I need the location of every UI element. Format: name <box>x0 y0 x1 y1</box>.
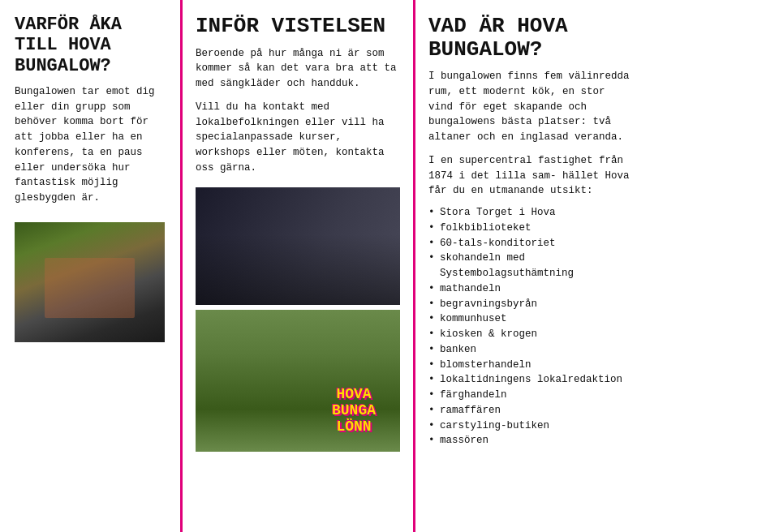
bullet-item-4: mathandeln <box>428 281 633 297</box>
bullet-item-11: färghandeln <box>428 388 633 403</box>
bullet-item-6: kommunhuset <box>428 311 633 327</box>
col2-para1: Beroende på hur många ni är som kommer s… <box>196 46 400 92</box>
col1-title: VARFÖR ÅKA TILL HOVA BUNGALOW? <box>15 15 167 76</box>
col2-title: INFÖR VISTELSEN <box>196 15 400 38</box>
bullet-item-7: kiosken & krogen <box>428 327 633 342</box>
bullet-item-12: ramaffären <box>428 403 633 418</box>
divider-2 <box>413 0 415 532</box>
bullet-item-10: lokaltidningens lokalredaktion <box>428 372 633 388</box>
col3-title: VAD ÄR HOVA BUNGALOW? <box>428 15 633 61</box>
aerial-logo-line3: LÖNN <box>336 418 371 435</box>
bullet-item-14: massören <box>428 433 633 448</box>
bullet-item-5: begravningsbyrån <box>428 297 633 312</box>
bullet-list: Stora Torget i Hovafolkbiblioteket60-tal… <box>428 205 633 448</box>
column-3: VAD ÄR HOVA BUNGALOW? I bungalowen finns… <box>417 0 644 532</box>
people-photo-bg <box>196 187 400 305</box>
bullet-item-13: carstyling-butiken <box>428 418 633 434</box>
page: VARFÖR ÅKA TILL HOVA BUNGALOW? Bungalowe… <box>0 0 779 532</box>
column-1: VARFÖR ÅKA TILL HOVA BUNGALOW? Bungalowe… <box>0 0 179 532</box>
col2-images: HOVA BUNGA LÖNN <box>196 187 400 452</box>
aerial-logo: HOVA BUNGA LÖNN <box>332 387 376 435</box>
bullet-item-3: skohandeln med Systembolagsuthämtning <box>428 251 633 281</box>
people-photo <box>196 187 400 305</box>
bullet-item-9: blomsterhandeln <box>428 358 633 373</box>
col3-para1: I bungalowen finns fem välinredda rum, e… <box>428 69 633 145</box>
col2-para2: Vill du ha kontakt med lokalbefolkningen… <box>196 100 400 176</box>
aerial-photo: HOVA BUNGA LÖNN <box>196 310 400 452</box>
bullet-item-8: banken <box>428 342 633 358</box>
aerial-logo-line2: BUNGA <box>332 402 376 418</box>
outdoor-photo <box>15 222 165 342</box>
bullet-item-0: Stora Torget i Hova <box>428 205 633 221</box>
col3-para2: I en supercentral fastighet från 1874 i … <box>428 153 633 199</box>
bullet-item-2: 60-tals-konditoriet <box>428 236 633 251</box>
bullet-item-1: folkbiblioteket <box>428 221 633 236</box>
col1-body: Bungalowen tar emot dig eller din grupp … <box>15 84 167 206</box>
outdoor-photo-bg <box>15 222 165 342</box>
column-2: INFÖR VISTELSEN Beroende på hur många ni… <box>184 0 411 532</box>
divider-1 <box>180 0 183 532</box>
aerial-logo-line1: HOVA <box>336 386 371 402</box>
